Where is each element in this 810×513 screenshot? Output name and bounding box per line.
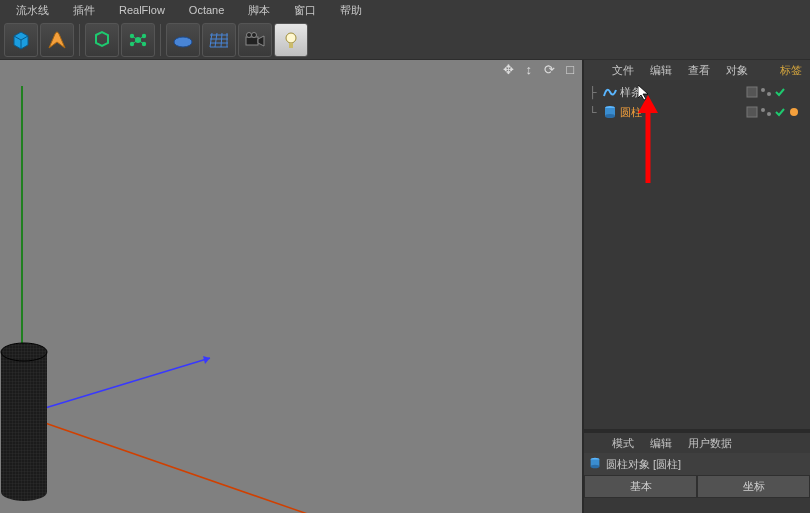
svg-point-46: [767, 112, 771, 116]
tree-branch-icon: ├: [584, 86, 602, 98]
tool-camera[interactable]: [238, 23, 272, 57]
tool-cube[interactable]: [4, 23, 38, 57]
tool-light[interactable]: [274, 23, 308, 57]
attrmenu-mode[interactable]: 模式: [604, 434, 642, 453]
visibility-toggle-icon[interactable]: [746, 86, 758, 98]
svg-rect-44: [747, 107, 757, 117]
menu-script[interactable]: 脚本: [236, 1, 282, 20]
object-name[interactable]: 圆柱: [618, 105, 746, 120]
objmenu-tags[interactable]: 标签: [772, 61, 810, 80]
svg-point-59: [591, 465, 600, 469]
svg-line-22: [22, 415, 325, 513]
object-row-cylinder[interactable]: └ 圆柱: [584, 102, 810, 122]
tool-atom[interactable]: [121, 23, 155, 57]
attr-menubar: 模式 编辑 用户数据: [584, 433, 810, 453]
tree-branch-icon: └: [584, 106, 602, 118]
objmenu-edit[interactable]: 编辑: [642, 61, 680, 80]
separator: [79, 24, 80, 56]
viewport[interactable]: ✥ ↕ ⟳ □: [0, 60, 584, 513]
menu-pipeline[interactable]: 流水线: [4, 1, 61, 20]
spline-icon: [602, 84, 618, 100]
menu-plugin[interactable]: 插件: [61, 1, 107, 20]
attrmenu-edit[interactable]: 编辑: [642, 434, 680, 453]
menu-window[interactable]: 窗口: [282, 1, 328, 20]
attr-title: 圆柱对象 [圆柱]: [584, 453, 810, 475]
enable-toggle-icon[interactable]: [774, 86, 786, 98]
object-list[interactable]: ├ 样条 └ 圆柱: [584, 80, 810, 429]
svg-point-12: [174, 37, 192, 47]
attr-tab-basic[interactable]: 基本: [584, 475, 697, 498]
viewport-overlay: [0, 60, 582, 513]
grip-icon[interactable]: [588, 62, 604, 78]
svg-point-14: [247, 32, 252, 37]
attr-tabs: 基本 坐标: [584, 475, 810, 498]
tool-grid[interactable]: [202, 23, 236, 57]
svg-point-39: [761, 88, 765, 92]
menu-realflow[interactable]: RealFlow: [107, 2, 177, 18]
objmenu-file[interactable]: 文件: [604, 61, 642, 80]
svg-marker-16: [258, 36, 264, 46]
svg-rect-13: [246, 37, 258, 45]
menu-octane[interactable]: Octane: [177, 2, 236, 18]
menu-help[interactable]: 帮助: [328, 1, 374, 20]
svg-point-45: [761, 108, 765, 112]
tool-disc[interactable]: [166, 23, 200, 57]
object-toggles[interactable]: [746, 106, 810, 118]
svg-point-43: [605, 114, 615, 118]
main-menubar: 流水线 插件 RealFlow Octane 脚本 窗口 帮助: [0, 0, 810, 20]
main-toolbar: [0, 20, 810, 60]
objmenu-object[interactable]: 对象: [718, 61, 756, 80]
svg-point-47: [790, 108, 798, 116]
object-manager-menubar: 文件 编辑 查看 对象 标签: [584, 60, 810, 80]
svg-point-17: [286, 33, 296, 43]
grip-icon[interactable]: [588, 435, 604, 451]
svg-point-40: [767, 92, 771, 96]
cylinder-object[interactable]: [0, 342, 50, 502]
render-toggle-icon[interactable]: [760, 86, 772, 98]
svg-rect-26: [1, 352, 47, 492]
cylinder-icon: [588, 456, 602, 472]
object-row-spline[interactable]: ├ 样条: [584, 82, 810, 102]
separator: [160, 24, 161, 56]
tag-phong-icon[interactable]: [788, 106, 800, 118]
attr-title-text: 圆柱对象 [圆柱]: [606, 457, 681, 472]
attribute-manager: 模式 编辑 用户数据 圆柱对象 [圆柱] 基本 坐标: [584, 433, 810, 513]
right-panel: 文件 编辑 查看 对象 标签 ├ 样条 └ 圆柱: [584, 60, 810, 513]
visibility-toggle-icon[interactable]: [746, 106, 758, 118]
svg-line-20: [22, 358, 210, 415]
enable-toggle-icon[interactable]: [774, 106, 786, 118]
tool-pen[interactable]: [40, 23, 74, 57]
attrmenu-userdata[interactable]: 用户数据: [680, 434, 740, 453]
svg-marker-21: [203, 356, 210, 364]
svg-point-15: [252, 32, 257, 37]
cylinder-icon: [602, 104, 618, 120]
svg-rect-38: [747, 87, 757, 97]
svg-rect-18: [289, 43, 293, 48]
objmenu-view[interactable]: 查看: [680, 61, 718, 80]
object-name[interactable]: 样条: [618, 85, 746, 100]
attr-tab-coord[interactable]: 坐标: [697, 475, 810, 498]
svg-marker-2: [96, 32, 108, 46]
render-toggle-icon[interactable]: [760, 106, 772, 118]
svg-point-27: [1, 483, 47, 501]
object-toggles[interactable]: [746, 86, 810, 98]
tool-instance[interactable]: [85, 23, 119, 57]
